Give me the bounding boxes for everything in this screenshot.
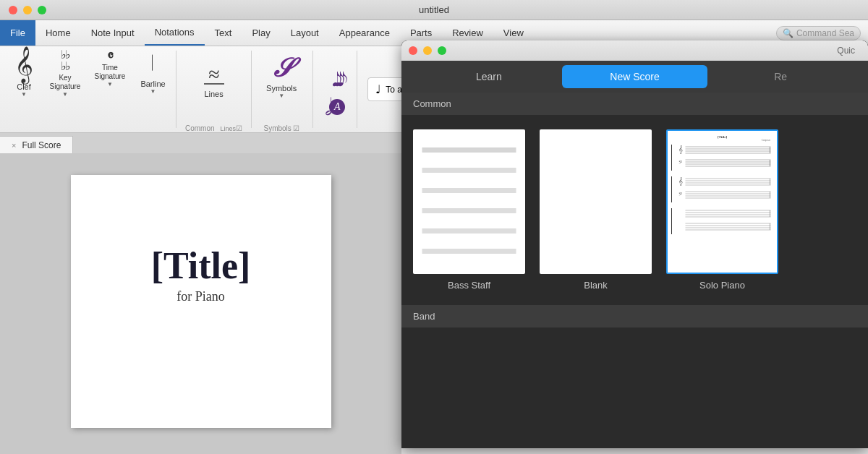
common-section-header: Common (401, 93, 868, 115)
solo-piano-thumb: [Title] Composer 𝄞 (666, 129, 778, 274)
common-group-label: Common (185, 124, 215, 132)
band-section-header: Band (401, 305, 868, 327)
solo-piano-label: Solo Piano (699, 280, 745, 291)
dialog-close-button[interactable] (409, 46, 417, 55)
search-box[interactable]: 🔍 Command Sea (776, 26, 861, 40)
bass-staff-label: Bass Staff (448, 280, 490, 291)
title-bar: untitled (0, 0, 868, 20)
tab-label: Full Score (22, 140, 61, 150)
dialog-tab-recent[interactable]: Re (707, 65, 854, 88)
clef-button[interactable]: 𝄞 Clef ▼ (6, 46, 42, 132)
recent-tab-label: Re (774, 71, 787, 82)
menu-item-text[interactable]: Text (205, 20, 242, 46)
dialog-chrome: Quic (401, 40, 868, 61)
barline-label: Barline (140, 80, 165, 88)
score-title: [Title] (100, 247, 302, 285)
key-sig-dropdown: ▼ (62, 91, 68, 98)
window-controls (9, 6, 46, 14)
barline-dropdown: ▼ (150, 88, 156, 95)
bass-staff-thumb (413, 129, 525, 274)
dialog-minimize-button[interactable] (423, 46, 432, 55)
template-grid: Bass Staff Blank [Title] (401, 115, 868, 305)
key-signature-icon: ♭♭♭♭ (61, 49, 69, 72)
template-item-blank[interactable]: Blank (540, 129, 652, 291)
app-title: untitled (419, 4, 449, 15)
symbols-label: Symbols (266, 84, 297, 93)
menu-item-layout[interactable]: Layout (281, 20, 329, 46)
time-signature-icon: 𝄴 (107, 49, 114, 62)
svg-text:𝄞: 𝄞 (678, 177, 683, 186)
score-subtitle: for Piano (100, 289, 302, 304)
menu-item-note-input[interactable]: Note Input (81, 20, 145, 46)
main-area: [Title] for Piano Quic Learn New Score R… (0, 153, 868, 454)
lines-checkbox-icon: ☑ (236, 124, 242, 132)
dialog-tab-new-score[interactable]: New Score (562, 65, 708, 88)
score-canvas: [Title] for Piano (0, 153, 401, 454)
dialog-body[interactable]: Common (401, 93, 868, 448)
barline-icon: 𝄀 (152, 49, 154, 78)
minimize-button[interactable] (23, 6, 32, 14)
svg-text:𝄢: 𝄢 (678, 160, 682, 166)
svg-text:𝄢: 𝄢 (678, 192, 682, 198)
dialog-tabs: Learn New Score Re (401, 61, 868, 93)
time-signature-button[interactable]: 𝄴 TimeSignature ▼ (88, 46, 132, 132)
template-item-solo-piano[interactable]: [Title] Composer 𝄞 (666, 129, 778, 291)
music-rest-icon: ♩ (375, 82, 381, 96)
clef-icon: 𝄞 (14, 49, 33, 81)
dialog-title: Quic (452, 46, 861, 56)
clef-dropdown: ▼ (21, 91, 27, 98)
full-score-tab[interactable]: × Full Score (0, 136, 73, 153)
menu-item-home[interactable]: Home (35, 20, 81, 46)
close-button[interactable] (9, 6, 17, 14)
clef-label: Clef (17, 82, 31, 91)
score-page: [Title] for Piano (71, 175, 331, 428)
menu-item-file[interactable]: File (0, 20, 35, 46)
maximize-button[interactable] (38, 6, 46, 14)
symbols-button[interactable]: 𝒮 Symbols ▼ (262, 51, 301, 102)
symbols-checkbox-icon: ☑ (293, 124, 299, 132)
menu-item-appearance[interactable]: Appearance (329, 20, 400, 46)
note-with-dot-icon: A (329, 99, 345, 115)
new-score-tab-label: New Score (610, 71, 659, 82)
search-placeholder: Command Sea (796, 28, 854, 38)
quick-start-dialog: Quic Learn New Score Re Common (401, 40, 868, 448)
key-signature-button[interactable]: ♭♭♭♭ KeySignature ▼ (43, 46, 87, 132)
blank-label: Blank (584, 280, 608, 291)
lines-group-separator: Lines (221, 125, 237, 132)
menu-item-notations[interactable]: Notations (145, 20, 205, 46)
svg-text:≈: ≈ (208, 63, 219, 85)
menu-item-play[interactable]: Play (242, 20, 280, 46)
close-tab-icon[interactable]: × (12, 141, 16, 150)
key-signature-label: KeySignature (50, 74, 81, 91)
symbols-dropdown: ▼ (278, 93, 284, 99)
dialog-tab-learn[interactable]: Learn (416, 65, 562, 88)
time-sig-dropdown: ▼ (107, 81, 113, 87)
barline-button[interactable]: 𝄀 Barline ▼ (133, 46, 173, 132)
time-signature-label: TimeSignature (95, 64, 126, 81)
search-icon: 🔍 (783, 28, 793, 38)
lines-button[interactable]: ≈ Lines (196, 56, 232, 101)
lines-icon: ≈ (201, 59, 227, 88)
blank-thumb (540, 129, 652, 274)
learn-tab-label: Learn (476, 71, 502, 82)
symbols-icon: 𝒮 (273, 53, 291, 82)
template-item-bass-staff[interactable]: Bass Staff (413, 129, 525, 291)
svg-text:𝄞: 𝄞 (678, 145, 683, 154)
lines-label: Lines (204, 90, 223, 98)
symbols-group-label: Symbols (264, 124, 292, 132)
dialog-maximize-button[interactable] (438, 46, 446, 55)
